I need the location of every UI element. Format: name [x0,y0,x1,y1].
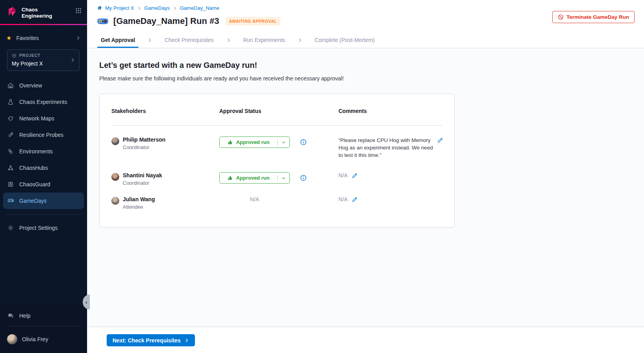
breadcrumb-gameday-name[interactable]: GameDay_Name [180,5,219,11]
chevron-down-icon[interactable] [278,176,289,180]
brand-title: Chaos Engineering [22,6,52,19]
approval-status-cell: N/A [219,196,338,202]
column-header-stakeholders: Stakeholders [111,108,219,114]
cube-icon [12,53,16,58]
thumbs-up-icon [227,175,233,181]
chevron-right-icon [173,6,177,11]
sidebar-divider [6,326,81,326]
sidebar-item-network-maps[interactable]: Network Maps [0,110,87,127]
edit-pencil-icon[interactable] [352,173,358,178]
gear-icon [7,225,14,231]
page-title: [GameDay_Name] Run #3 [113,16,219,26]
content-area: Let’s get started with a new GameDay run… [87,48,644,327]
flask-icon [7,99,14,105]
stakeholder-role: Attendee [123,204,155,210]
favorites-label: Favorites [16,35,39,41]
info-icon[interactable] [300,175,307,181]
stakeholder-role: Coordinator [123,144,166,150]
info-icon[interactable] [300,139,307,146]
avatar [111,197,119,205]
step-complete-post-mortem[interactable]: Complete (Post-Mortem) [315,32,375,48]
sidebar-item-chaoshubs[interactable]: ChaosHubs [0,160,87,176]
stakeholders-card: Stakeholders Approval Status Comments Ph… [99,94,455,227]
comment-cell: N/A [338,196,442,202]
status-badge: AWAITING APPROVAL [226,17,280,25]
breadcrumb: My Project X GameDays GameDay_Name [97,5,635,11]
table-header-divider [111,125,442,126]
project-selector[interactable]: PROJECT My Project X [7,49,80,71]
stakeholder-name: Philip Matterson [123,136,166,143]
column-header-approval-status: Approval Status [219,108,338,114]
nav-label: Overview [19,82,42,89]
lock-icon [7,181,14,187]
probe-icon [7,132,14,138]
nav-label: Environments [19,148,53,155]
avatar [111,137,119,145]
step-get-approval[interactable]: Get Approval [101,32,135,48]
user-profile[interactable]: Olivia Frey [0,330,87,353]
gameday-breadcrumb-icon [97,5,102,11]
status-na: N/A [219,196,290,202]
sidebar-item-favorites[interactable]: ★ Favorites [0,33,87,43]
column-header-comments: Comments [338,108,442,114]
terminate-gameday-button[interactable]: Terminate GameDay Run [552,11,635,23]
step-run-experiments[interactable]: Run Experiments [243,32,285,48]
project-name: My Project X [12,60,75,67]
project-label: PROJECT [19,53,40,58]
breadcrumb-gamedays[interactable]: GameDays [144,5,170,11]
comment-text: “Please replace CPU Hog with Memory Hog … [338,136,437,159]
content-subheading: Please make sure the following individua… [99,75,635,82]
prohibit-icon [558,14,564,20]
nav-label: Project Settings [19,225,58,231]
star-icon: ★ [6,35,11,42]
sidebar-item-chaosguard[interactable]: ChaosGuard [0,176,87,193]
approval-status-dropdown[interactable]: Approved run [219,172,290,184]
nav-label: GameDays [19,198,47,204]
sidebar: Chaos Engineering ★ Favorites [0,0,87,353]
edit-pencil-icon[interactable] [352,197,358,202]
breadcrumb-project[interactable]: My Project X [105,5,134,11]
main-area: My Project X GameDays GameDay_Name [87,0,644,353]
comment-cell: N/A [338,172,442,178]
module-grid-icon[interactable] [75,6,82,14]
table-row: Julian Wang Attendee N/A N/A [111,196,442,210]
chevron-right-icon [184,338,189,343]
chevron-right-icon [147,32,152,48]
home-icon [7,82,14,89]
gamepad-icon [7,197,14,204]
chevron-right-icon [226,32,231,48]
stakeholder-cell: Julian Wang Attendee [111,196,219,210]
stakeholder-cell: Shantini Nayak Coordinator [111,172,219,186]
help-chat-icon [7,313,14,319]
chevron-right-icon [70,57,75,63]
approval-status-dropdown[interactable]: Approved run [219,136,290,148]
step-check-prerequisites[interactable]: Check Prerequisites [164,32,213,48]
thumbs-up-icon [227,140,233,145]
help-label: Help [19,313,31,319]
nav-label: Chaos Experiments [19,99,67,105]
comment-text: N/A [338,196,347,202]
edit-pencil-icon[interactable] [437,137,443,143]
app-window: Chaos Engineering ★ Favorites [0,0,644,353]
comment-cell: “Please replace CPU Hog with Memory Hog … [338,136,443,159]
stakeholder-cell: Philip Matterson Coordinator [111,136,219,150]
sidebar-nav: Overview Chaos Experiments Network Maps … [0,77,87,209]
stakeholder-name: Shantini Nayak [123,172,162,178]
chevron-right-icon [75,35,81,41]
stepper: Get Approval Check Prerequisites Run Exp… [87,32,644,48]
approval-status-cell: Approved run [219,172,338,184]
sidebar-item-project-settings[interactable]: Project Settings [0,220,87,236]
sidebar-item-chaos-experiments[interactable]: Chaos Experiments [0,94,87,110]
nav-label: Resilience Probes [19,132,64,138]
nav-label: Network Maps [19,115,54,122]
brand-accent-divider [0,24,87,25]
avatar [111,173,119,181]
sidebar-item-environments[interactable]: Environments [0,143,87,160]
next-check-prerequisites-button[interactable]: Next: Check Prerequisites [107,334,195,346]
sidebar-item-help[interactable]: Help [0,309,87,322]
sidebar-item-overview[interactable]: Overview [0,77,87,94]
page-header: My Project X GameDays GameDay_Name [87,0,644,32]
chevron-down-icon[interactable] [278,140,289,145]
sidebar-item-resilience-probes[interactable]: Resilience Probes [0,127,87,143]
sidebar-item-gamedays[interactable]: GameDays [3,193,84,209]
